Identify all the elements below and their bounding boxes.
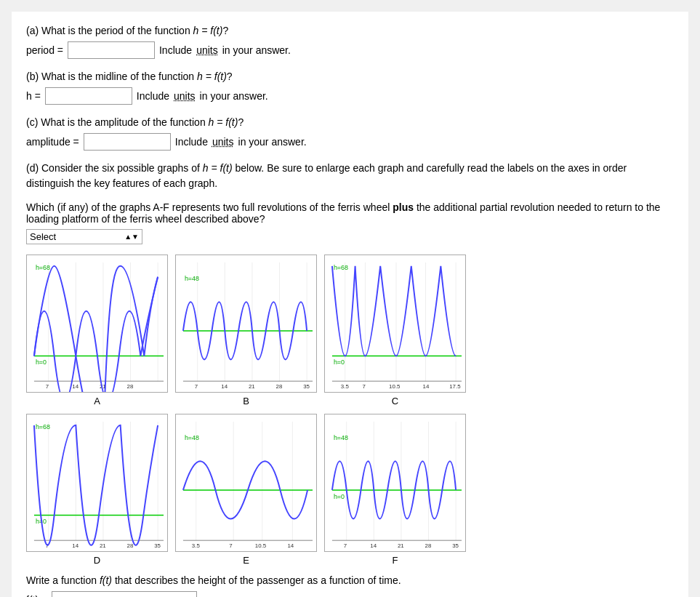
svg-text:14: 14 <box>423 383 430 390</box>
graph-svg-e: h=48 3.5 7 10.5 14 <box>176 414 316 551</box>
qa-underline: units <box>196 44 218 56</box>
graph-box-e: h=48 3.5 7 10.5 14 <box>175 414 317 552</box>
svg-text:14: 14 <box>72 383 79 390</box>
qb-label: h = <box>26 90 41 102</box>
svg-text:14: 14 <box>72 542 79 549</box>
midline-input[interactable] <box>45 87 132 105</box>
graph-item-b: h=48 7 14 21 28 35 B <box>175 255 317 406</box>
bottom-text: Write a function f(t) that describes the… <box>26 573 674 588</box>
svg-text:10.5: 10.5 <box>389 383 401 390</box>
graph-label-b: B <box>243 396 249 406</box>
question-a-text: (a) What is the period of the function h… <box>26 23 674 39</box>
svg-text:h=0: h=0 <box>334 358 345 366</box>
graph-box-f: h=48 h=0 7 14 21 28 35 <box>324 414 466 552</box>
svg-text:3.5: 3.5 <box>341 383 350 390</box>
graph-svg-b: h=48 7 14 21 28 35 <box>176 255 316 392</box>
graph-label-e: E <box>243 555 249 566</box>
svg-text:28: 28 <box>425 542 432 549</box>
qb-text-after: ? <box>227 71 233 82</box>
graph-item-c: h=68 h=0 3.5 7 10.5 14 17.5 C <box>324 255 466 406</box>
qb-answer-row: h = Include units in your answer. <box>26 87 674 105</box>
qb-math: h = f(t) <box>197 71 227 82</box>
svg-text:h=68: h=68 <box>334 264 348 271</box>
ft-row: f(t) = <box>26 591 674 597</box>
qc-answer-row: amplitude = Include units in your answer… <box>26 133 674 151</box>
qb-text-before: (b) What is the midline of the function <box>26 71 197 82</box>
qd-text: (d) Consider the six possible graphs of <box>26 162 203 174</box>
bottom-text-before: Write a function <box>26 574 100 586</box>
qb-underline: units <box>174 90 196 102</box>
graph-select[interactable]: Select ▲▼ <box>26 229 142 244</box>
qc-note: Include <box>175 136 208 148</box>
svg-text:28: 28 <box>127 383 134 390</box>
qa-label: period = <box>26 44 63 56</box>
svg-text:14: 14 <box>221 383 228 390</box>
ft-label: f(t) = <box>26 594 47 597</box>
graph-item-f: h=48 h=0 7 14 21 28 35 F <box>324 414 466 566</box>
graph-box-c: h=68 h=0 3.5 7 10.5 14 17.5 <box>324 255 466 393</box>
qc-text-before: (c) What is the amplitude of the functio… <box>26 116 209 128</box>
svg-text:h=48: h=48 <box>334 434 348 441</box>
svg-text:35: 35 <box>154 542 161 549</box>
qa-answer-row: period = Include units in your answer. <box>26 41 674 59</box>
qc-note2: in your answer. <box>238 136 307 148</box>
graph-item-d: h=68 h=0 7 14 21 28 35 D <box>26 414 168 566</box>
page: (a) What is the period of the function h… <box>12 12 688 597</box>
question-d: (d) Consider the six possible graphs of … <box>26 161 674 191</box>
svg-text:14: 14 <box>370 542 377 549</box>
qc-math: h = f(t) <box>209 116 238 128</box>
select-label: Select <box>30 231 56 242</box>
which-text: Which (if any) of the graphs A-F represe… <box>26 201 674 225</box>
graph-item-e: h=48 3.5 7 10.5 14 E <box>175 414 317 566</box>
graph-box-d: h=68 h=0 7 14 21 28 35 <box>26 414 168 552</box>
svg-text:10.5: 10.5 <box>255 542 267 549</box>
which-row: Which (if any) of the graphs A-F represe… <box>26 201 674 244</box>
qb-note2: in your answer. <box>200 90 268 102</box>
graphs-row2: h=68 h=0 7 14 21 28 35 D <box>26 414 674 566</box>
bottom-math: f(t) <box>100 574 112 586</box>
question-c: (c) What is the amplitude of the functio… <box>26 115 674 151</box>
svg-text:h=68: h=68 <box>36 264 50 271</box>
graph-item-a: h=68 h=0 7 14 21 28 <box>26 255 168 406</box>
select-arrow-icon: ▲▼ <box>124 233 139 241</box>
svg-text:7: 7 <box>362 383 365 390</box>
graph-label-f: F <box>393 555 398 566</box>
graph-label-a: A <box>94 396 100 406</box>
svg-text:28: 28 <box>276 383 283 390</box>
period-input[interactable] <box>68 41 155 59</box>
svg-text:17.5: 17.5 <box>449 383 461 390</box>
qb-note: Include <box>137 90 169 102</box>
question-b-text: (b) What is the midline of the function … <box>26 69 674 84</box>
svg-text:21: 21 <box>100 542 106 549</box>
qa-note2: in your answer. <box>222 44 291 56</box>
qa-text-before: (a) What is the period of the function <box>26 25 193 36</box>
svg-text:h=48: h=48 <box>185 434 199 441</box>
svg-text:h=0: h=0 <box>36 358 47 366</box>
graph-svg-f: h=48 h=0 7 14 21 28 35 <box>325 414 465 551</box>
qc-underline: units <box>212 136 234 148</box>
qc-text-after: ? <box>238 116 244 128</box>
question-d-text: (d) Consider the six possible graphs of … <box>26 161 674 191</box>
graphs-row1: h=68 h=0 7 14 21 28 <box>26 255 674 406</box>
graph-label-c: C <box>392 396 398 406</box>
qa-note: Include <box>159 44 192 56</box>
qc-label: amplitude = <box>26 136 79 148</box>
svg-text:7: 7 <box>229 542 232 549</box>
amplitude-input[interactable] <box>84 133 171 151</box>
graph-svg-d: h=68 h=0 7 14 21 28 35 <box>27 414 167 551</box>
question-b: (b) What is the midline of the function … <box>26 69 674 105</box>
qa-text-after: ? <box>222 25 228 36</box>
graph-svg-c: h=68 h=0 3.5 7 10.5 14 17.5 <box>325 255 465 392</box>
svg-text:14: 14 <box>287 542 294 549</box>
svg-text:7: 7 <box>195 383 198 390</box>
which-question: Which (if any) of the graphs A-F represe… <box>26 201 674 244</box>
svg-text:h=68: h=68 <box>36 423 50 430</box>
svg-text:7: 7 <box>46 383 49 390</box>
bottom-question: Write a function f(t) that describes the… <box>26 573 674 597</box>
svg-text:7: 7 <box>344 542 347 549</box>
ft-input[interactable] <box>52 591 197 597</box>
svg-text:35: 35 <box>452 542 459 549</box>
svg-text:21: 21 <box>249 383 255 390</box>
svg-text:35: 35 <box>303 383 310 390</box>
graph-box-a: h=68 h=0 7 14 21 28 <box>26 255 168 393</box>
